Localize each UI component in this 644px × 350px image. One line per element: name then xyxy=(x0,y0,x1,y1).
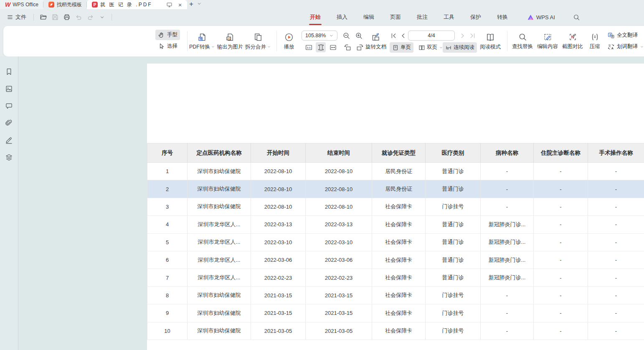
actual-size-button[interactable] xyxy=(304,42,314,52)
undo-icon[interactable] xyxy=(74,12,84,22)
hand-tool-label: 手型 xyxy=(167,31,177,38)
hand-tool-button[interactable]: 手型 xyxy=(155,30,180,40)
zoom-in-button[interactable] xyxy=(354,31,364,41)
document-workspace: 序号定点医药机构名称开始时间结束时间就诊凭证类型医疗类别病种名称住院主诊断名称手… xyxy=(0,56,644,350)
monitor-icon[interactable] xyxy=(165,1,173,8)
file-menu-button[interactable]: 文件 xyxy=(4,12,29,23)
table-cell: 社会保障卡 xyxy=(372,322,426,340)
find-replace-icon xyxy=(518,33,527,41)
edit-content-button[interactable]: 编辑内容 xyxy=(535,29,560,54)
comment-icon[interactable] xyxy=(3,100,15,112)
menu-comment[interactable]: 批注 xyxy=(416,12,428,23)
menu-tools[interactable]: 工具 xyxy=(443,12,455,23)
zoom-out-button[interactable] xyxy=(341,31,351,41)
first-page-button[interactable] xyxy=(388,31,398,41)
open-file-icon[interactable] xyxy=(38,12,48,22)
table-cell: 2022-03-10 xyxy=(306,233,372,251)
menu-page[interactable]: 页面 xyxy=(389,12,402,23)
table-cell: 门诊挂号 xyxy=(426,198,481,215)
table-cell: - xyxy=(481,304,534,322)
table-cell: - xyxy=(534,216,588,233)
full-translate-label: 全文翻译 xyxy=(617,32,638,39)
table-row: 9深圳市妇幼保健院2021-03-152021-03-15社会保障卡门诊挂号--… xyxy=(147,304,644,322)
find-replace-label: 查找替换 xyxy=(512,43,533,50)
page-indicator-input[interactable] xyxy=(408,31,455,41)
table-row: 3深圳市妇幼保健院2022-08-102022-08-10社会保障卡门诊挂号--… xyxy=(147,198,644,215)
word-translate-button[interactable]: 划词翻译 xyxy=(605,41,644,52)
table-cell: - xyxy=(588,180,644,198)
print-icon[interactable] xyxy=(62,12,72,22)
table-cell: 2021-03-15 xyxy=(251,286,306,304)
rotate-left-button[interactable] xyxy=(342,42,352,52)
table-cell: 居民身份证 xyxy=(372,180,426,198)
signature-pen-icon[interactable] xyxy=(3,134,15,146)
fit-page-button[interactable] xyxy=(316,42,326,52)
table-cell: 6 xyxy=(147,251,188,268)
compress-icon xyxy=(591,33,599,41)
tab-wps-office[interactable]: W WPS Office xyxy=(0,0,43,9)
table-cell: - xyxy=(534,304,588,322)
table-cell: 门诊挂号 xyxy=(426,304,481,322)
double-page-button[interactable]: 双页 xyxy=(416,42,446,53)
wps-ai-button[interactable]: WPS AI xyxy=(527,14,555,20)
table-cell: 1 xyxy=(147,163,188,180)
close-tab-icon[interactable]: × xyxy=(176,1,184,8)
table-cell: - xyxy=(534,180,588,198)
export-image-button[interactable]: 输出为图片 xyxy=(216,29,244,54)
menu-edit[interactable]: 编辑 xyxy=(363,12,375,23)
table-cell: 普通门诊 xyxy=(426,251,481,268)
select-tool-button[interactable]: 选择 xyxy=(155,41,180,51)
read-mode-button[interactable]: 阅读模式 xyxy=(479,29,502,54)
menu-search-icon[interactable] xyxy=(572,12,582,22)
rotate-document-button[interactable]: 旋转文档 xyxy=(364,29,388,54)
last-page-button[interactable] xyxy=(467,31,477,41)
table-cell: - xyxy=(534,163,588,180)
table-cell: 普通门诊 xyxy=(426,180,481,198)
next-page-button[interactable] xyxy=(457,31,467,41)
new-tab-button[interactable]: + xyxy=(187,0,195,9)
thumbnail-pane-icon[interactable] xyxy=(3,83,15,95)
table-cell: 社会保障卡 xyxy=(372,216,426,233)
quickbar-chevron-icon[interactable] xyxy=(97,12,107,22)
fit-width-button[interactable] xyxy=(328,42,338,52)
split-merge-button[interactable]: 拆分合并 xyxy=(245,29,271,54)
table-cell: - xyxy=(534,269,588,286)
single-page-button[interactable]: 单页 xyxy=(390,42,413,53)
divider xyxy=(112,14,112,20)
menu-home[interactable]: 开始 xyxy=(309,12,322,23)
edit-content-label: 编辑内容 xyxy=(537,43,558,50)
attachment-icon[interactable] xyxy=(3,117,15,129)
zoom-level-dropdown[interactable]: 105.88% xyxy=(302,31,337,41)
screenshot-compare-button[interactable]: 截图对比 xyxy=(560,29,585,54)
table-cell: 深圳市妇幼保健院 xyxy=(188,180,251,198)
play-button[interactable]: 播放 xyxy=(280,29,298,54)
table-cell: - xyxy=(588,216,644,233)
previous-page-button[interactable] xyxy=(398,31,408,41)
table-cell: 新冠肺炎门诊... xyxy=(481,269,534,286)
rotate-right-button[interactable] xyxy=(355,42,365,52)
continuous-read-button[interactable]: 连续阅读 xyxy=(443,42,477,53)
redo-icon[interactable] xyxy=(85,12,95,22)
menu-protect[interactable]: 保护 xyxy=(469,12,482,23)
tab-docer-templates[interactable]: 找稻壳模板 xyxy=(43,0,87,9)
table-cell: 3 xyxy=(147,198,188,215)
bookmark-icon[interactable] xyxy=(3,66,15,77)
pdf-convert-label: PDF转换 xyxy=(189,43,210,51)
table-cell: 新冠肺炎门诊... xyxy=(481,216,534,233)
compress-button[interactable]: 压缩 xyxy=(586,29,603,54)
pdf-convert-button[interactable]: PDF转换 xyxy=(189,29,216,54)
table-cell: 2021-03-15 xyxy=(306,304,372,322)
table-cell: 深圳市龙华区人... xyxy=(188,216,251,233)
table-cell: 10 xyxy=(147,322,188,340)
pdf-file-icon: P xyxy=(92,2,98,8)
find-replace-button[interactable]: 查找替换 xyxy=(510,29,535,54)
full-translate-button[interactable]: 全文翻译 xyxy=(605,30,644,41)
menu-convert[interactable]: 转换 xyxy=(496,12,509,23)
table-cell: 2021-03-15 xyxy=(306,286,372,304)
save-icon[interactable] xyxy=(50,12,60,22)
table-row: 5深圳市龙华区人...2022-03-102022-03-10社会保障卡普通门诊… xyxy=(147,233,644,251)
tab-document-pdf[interactable]: P 就 医 记 录 .PDF × xyxy=(87,0,187,9)
tab-list-chevron-icon[interactable] xyxy=(195,0,203,8)
layers-icon[interactable] xyxy=(3,151,15,163)
menu-insert[interactable]: 插入 xyxy=(336,12,348,23)
